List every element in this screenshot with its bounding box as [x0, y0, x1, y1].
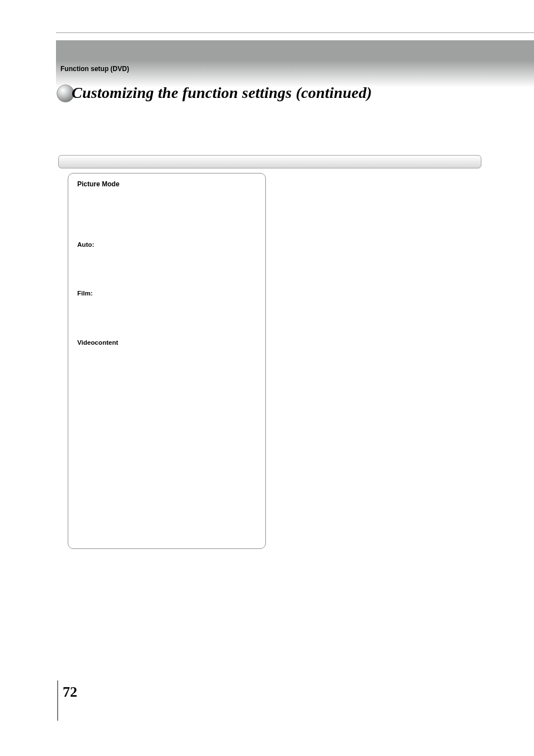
- section-bar-picture: Picture: [58, 155, 481, 168]
- desc-auto: Select this position normally. The DVD p…: [113, 240, 252, 282]
- page-number-rule: [57, 680, 58, 721]
- row-videocontent: Videocontent : The DVD player filters vi…: [77, 338, 256, 375]
- card-title: Picture Mode: [77, 180, 256, 189]
- card-intro: There are two types of source content in…: [77, 191, 256, 233]
- label-film: Film:: [77, 289, 111, 297]
- header-band-solid: [56, 40, 534, 60]
- page-number: 72: [63, 684, 77, 701]
- note-item: Depending on the disc, pictures may be c…: [86, 393, 256, 410]
- top-divider: [56, 32, 534, 33]
- page-title: Customizing the function settings (conti…: [72, 84, 372, 102]
- card-note: Note Depending on the disc, pictures may…: [77, 383, 256, 410]
- desc-film: The DVD player converts film content pic…: [113, 289, 252, 331]
- page-root: Function setup (DVD) Customizing the fun…: [0, 0, 534, 756]
- row-film: Film: The DVD player converts film conte…: [77, 289, 256, 331]
- row-auto: Auto: Select this position normally. The…: [77, 240, 256, 282]
- label-auto: Auto:: [77, 240, 111, 248]
- note-heading: Note: [77, 383, 91, 391]
- header-band: [56, 40, 534, 87]
- label-videocontent: Videocontent: [77, 338, 118, 346]
- desc-videocontent: : The DVD player filters video signal, a…: [77, 350, 256, 375]
- picture-mode-card: Picture Mode There are two types of sour…: [68, 173, 266, 549]
- breadcrumb: Function setup (DVD): [60, 65, 129, 73]
